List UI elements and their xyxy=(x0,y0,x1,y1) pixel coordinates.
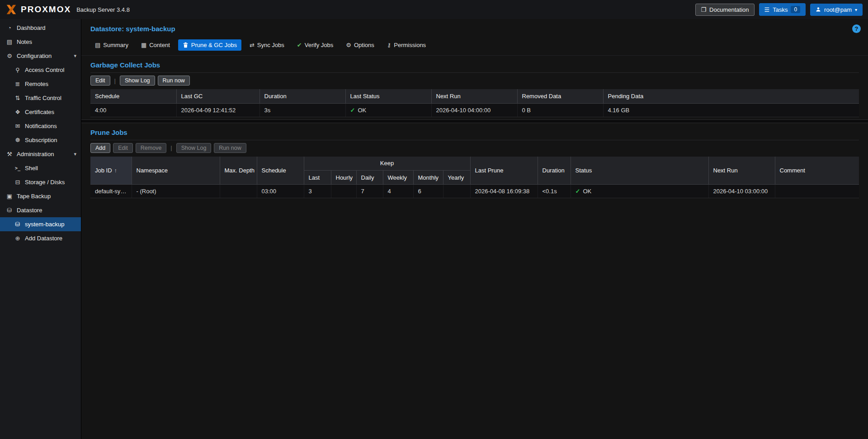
summary-icon: ▤ xyxy=(95,42,100,48)
sidebar-item-notes[interactable]: ▤ Notes xyxy=(0,35,81,49)
toolbar-separator: | xyxy=(113,77,117,84)
tab-permissions[interactable]: ⚷ Permissions xyxy=(382,39,430,51)
run-now-button[interactable]: Run now xyxy=(214,143,246,153)
sidebar-item-datastore[interactable]: ⛁ Datastore xyxy=(0,203,81,217)
remove-button[interactable]: Remove xyxy=(136,143,167,153)
tab-label: Prune & GC Jobs xyxy=(191,42,237,48)
chevron-down-icon[interactable]: ▾ xyxy=(74,53,76,59)
column-header-next-run[interactable]: Next Run xyxy=(431,89,517,103)
edit-button[interactable]: Edit xyxy=(113,143,133,153)
traffic-control-icon: ⇅ xyxy=(14,95,22,101)
toolbar-separator: | xyxy=(169,144,173,151)
cell-keep-weekly: 4 xyxy=(383,185,413,198)
tabbar: ▤ Summary ▦ Content Prune & GC Jobs ⇄ Sy… xyxy=(81,38,868,56)
chevron-down-icon[interactable]: ▾ xyxy=(74,151,76,157)
remotes-icon: ≣ xyxy=(14,81,22,87)
column-header-namespace[interactable]: Namespace xyxy=(132,157,220,185)
cell-removed-data: 0 B xyxy=(517,103,603,117)
panel-splitter[interactable] xyxy=(81,119,868,123)
sync-icon: ⇄ xyxy=(250,42,255,48)
add-button[interactable]: Add xyxy=(90,143,110,153)
column-header-schedule[interactable]: Schedule xyxy=(257,157,304,185)
sidebar-item-label: Storage / Disks xyxy=(25,179,65,186)
proxmox-brand: PROXMOX Backup Server 3.4.8 xyxy=(5,4,130,15)
column-header-comment[interactable]: Comment xyxy=(775,157,859,185)
column-header-keep-monthly[interactable]: Monthly xyxy=(413,171,443,185)
sidebar-item-label: Configuration xyxy=(17,52,52,59)
cell-keep-hourly xyxy=(331,185,356,198)
tasks-button[interactable]: ☰ Tasks 0 xyxy=(759,3,806,16)
sidebar-item-dashboard[interactable]: ◔ Dashboard xyxy=(0,21,81,35)
tab-label: Content xyxy=(149,42,170,48)
sidebar-item-system-backup[interactable]: ⛁ system-backup xyxy=(0,217,81,231)
column-header-max-depth[interactable]: Max. Depth xyxy=(220,157,257,185)
brand-wordmark: PROXMOX xyxy=(21,5,71,14)
show-log-button[interactable]: Show Log xyxy=(120,76,155,86)
column-header-duration[interactable]: Duration xyxy=(259,89,345,103)
sidebar-item-certificates[interactable]: ❖ Certificates xyxy=(0,105,81,119)
user-menu-button[interactable]: root@pam ▾ xyxy=(810,4,863,16)
column-header-last-gc[interactable]: Last GC xyxy=(176,89,259,103)
access-control-icon: ⚲ xyxy=(14,67,22,73)
prune-toolbar: Add Edit Remove | Show Log Run now xyxy=(90,143,859,157)
status-text: OK xyxy=(358,107,366,114)
column-header-pending-data[interactable]: Pending Data xyxy=(603,89,859,103)
column-header-last-status[interactable]: Last Status xyxy=(345,89,431,103)
gears-icon: ⚙ xyxy=(5,52,14,59)
column-header-keep-hourly[interactable]: Hourly xyxy=(331,171,356,185)
sort-asc-icon: ↑ xyxy=(114,167,117,174)
prune-table: Job ID↑ Namespace Max. Depth Schedule Ke… xyxy=(90,157,859,199)
sidebar-item-storage-disks[interactable]: ⊟ Storage / Disks xyxy=(0,175,81,189)
documentation-button[interactable]: ❐ Documentation xyxy=(695,4,754,16)
sidebar-item-access-control[interactable]: ⚲ Access Control xyxy=(0,63,81,77)
bell-icon: ✉ xyxy=(14,123,22,129)
column-label: Job ID xyxy=(95,167,112,174)
sidebar-item-add-datastore[interactable]: ⊕ Add Datastore xyxy=(0,231,81,245)
page-title: Datastore: system-backup xyxy=(90,25,175,33)
tab-options[interactable]: ⚙ Options xyxy=(341,39,378,51)
cell-next-run: 2026-04-10 03:00:00 xyxy=(708,185,775,198)
column-header-last-prune[interactable]: Last Prune xyxy=(470,157,538,185)
column-header-schedule[interactable]: Schedule xyxy=(90,89,176,103)
column-header-job-id[interactable]: Job ID↑ xyxy=(90,157,132,185)
topbar: PROXMOX Backup Server 3.4.8 ❐ Documentat… xyxy=(0,0,868,19)
column-header-keep-weekly[interactable]: Weekly xyxy=(383,171,413,185)
sidebar-item-tape-backup[interactable]: ▣ Tape Backup xyxy=(0,189,81,203)
column-header-next-run[interactable]: Next Run xyxy=(708,157,775,185)
tab-summary[interactable]: ▤ Summary xyxy=(90,39,133,51)
sidebar-item-administration[interactable]: ⚒ Administration ▾ xyxy=(0,147,81,161)
column-header-status[interactable]: Status xyxy=(571,157,708,185)
prune-panel-title: Prune Jobs xyxy=(90,123,859,140)
column-header-removed-data[interactable]: Removed Data xyxy=(517,89,603,103)
show-log-button[interactable]: Show Log xyxy=(176,143,212,153)
tab-label: Options xyxy=(354,42,374,48)
prune-job-row[interactable]: default-sys… - (Root) 03:00 3 7 4 6 2026… xyxy=(90,185,859,198)
book-icon: ❐ xyxy=(701,7,706,13)
cell-schedule: 03:00 xyxy=(257,185,304,198)
sidebar-item-traffic-control[interactable]: ⇅ Traffic Control xyxy=(0,91,81,105)
column-header-duration[interactable]: Duration xyxy=(538,157,571,185)
tab-prune-gc-jobs[interactable]: Prune & GC Jobs xyxy=(178,39,241,51)
run-now-button[interactable]: Run now xyxy=(158,76,190,86)
tab-verify-jobs[interactable]: ✔ Verify Jobs xyxy=(292,39,338,51)
sidebar-item-configuration[interactable]: ⚙ Configuration ▾ xyxy=(0,49,81,63)
cell-duration: 3s xyxy=(259,103,345,117)
sidebar-item-notifications[interactable]: ✉ Notifications xyxy=(0,119,81,133)
help-icon[interactable]: ? xyxy=(852,24,861,33)
column-header-keep-daily[interactable]: Daily xyxy=(356,171,383,185)
sidebar-item-label: Notes xyxy=(17,38,32,45)
tab-sync-jobs[interactable]: ⇄ Sync Jobs xyxy=(245,39,289,51)
sidebar-item-label: system-backup xyxy=(25,221,64,228)
tasks-count-badge: 0 xyxy=(791,6,800,13)
terminal-icon: >_ xyxy=(14,166,22,171)
sidebar-item-remotes[interactable]: ≣ Remotes xyxy=(0,77,81,91)
tab-content[interactable]: ▦ Content xyxy=(137,39,175,51)
sidebar-item-shell[interactable]: >_ Shell xyxy=(0,161,81,175)
column-header-keep-last[interactable]: Last xyxy=(304,171,331,185)
gc-panel: Garbage Collect Jobs Edit | Show Log Run… xyxy=(81,56,868,117)
sidebar-item-subscription[interactable]: ☸ Subscription xyxy=(0,133,81,147)
gc-job-row[interactable]: 4:00 2026-04-09 12:41:52 3s ✓OK 2026-04-… xyxy=(90,103,859,117)
column-header-keep-yearly[interactable]: Yearly xyxy=(443,171,470,185)
edit-button[interactable]: Edit xyxy=(90,76,110,86)
user-label: root@pam xyxy=(824,6,852,13)
